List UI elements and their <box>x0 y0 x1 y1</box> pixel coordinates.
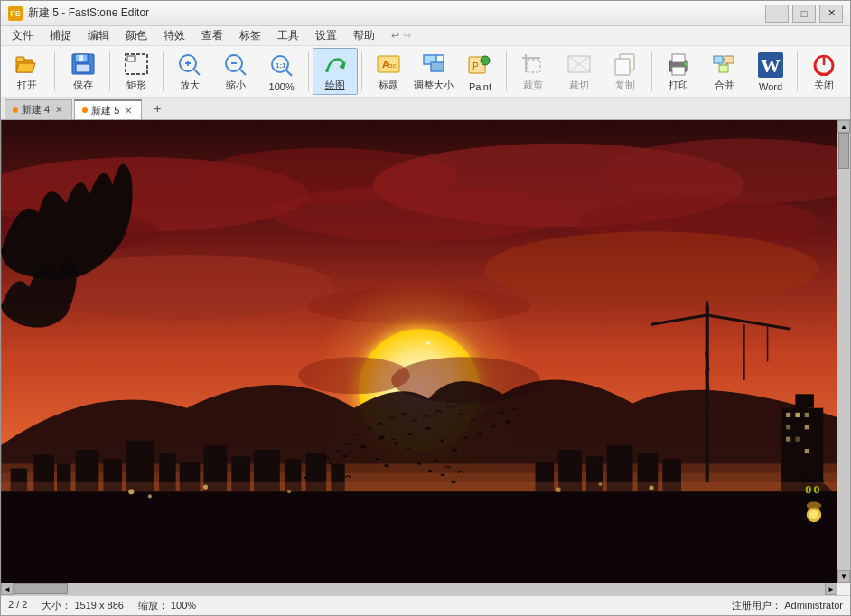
tool-open-button[interactable]: 打开 <box>5 48 50 95</box>
resize-icon <box>419 51 448 77</box>
crop-icon <box>519 51 547 77</box>
tool-word-button[interactable]: W Word <box>748 48 793 95</box>
tool-zoomout-button[interactable]: 缩小 <box>213 48 258 95</box>
save-icon <box>69 51 98 77</box>
svg-rect-36 <box>672 54 685 62</box>
tool-print-button[interactable]: 打印 <box>656 48 701 95</box>
svg-rect-29 <box>528 60 540 72</box>
power-icon <box>809 51 838 77</box>
menu-view[interactable]: 查看 <box>194 27 230 45</box>
svg-rect-4 <box>76 64 90 72</box>
tool-rect-label: 矩形 <box>126 79 146 92</box>
svg-point-145 <box>426 341 430 345</box>
window-controls: ─ □ ✕ <box>765 5 843 23</box>
zoom-in-icon <box>175 51 204 77</box>
main-window: FS 新建 5 - FastStone Editor ─ □ ✕ 文件 捕捉 编… <box>0 0 851 616</box>
tabs-bar: 新建 4 ✕ 新建 5 ✕ + <box>1 98 850 120</box>
tool-close-button[interactable]: 关闭 <box>801 48 846 95</box>
scroll-left-button[interactable]: ◄ <box>1 583 14 595</box>
tool-paint-button[interactable]: P Paint <box>457 48 502 95</box>
menu-edit[interactable]: 编辑 <box>80 27 117 45</box>
tool-print-label: 打印 <box>669 79 688 92</box>
tab-dot-1 <box>13 107 18 113</box>
menu-file[interactable]: 文件 <box>5 27 41 45</box>
menu-help[interactable]: 帮助 <box>346 27 382 45</box>
svg-rect-5 <box>79 55 83 61</box>
menu-tags[interactable]: 标签 <box>232 27 268 45</box>
minimize-button[interactable]: ─ <box>765 5 789 23</box>
status-bar: 2 / 2 大小： 1519 x 886 缩放： 100% 注册用户： Admi… <box>1 595 850 615</box>
image-canvas <box>1 120 837 583</box>
svg-rect-101 <box>805 413 809 417</box>
svg-point-55 <box>484 231 818 305</box>
svg-point-121 <box>452 448 457 451</box>
svg-point-127 <box>342 455 347 458</box>
menu-settings[interactable]: 设置 <box>308 27 344 45</box>
tool-crop-button[interactable]: 裁剪 <box>510 48 556 95</box>
svg-rect-1 <box>16 57 24 61</box>
maximize-button[interactable]: □ <box>792 5 816 23</box>
horizontal-scrollbar[interactable]: ◄ ► <box>1 583 837 595</box>
svg-point-117 <box>394 442 398 444</box>
toolbar: 打开 保存 <box>1 46 850 98</box>
svg-text:bc: bc <box>388 61 396 70</box>
canvas-scroll[interactable] <box>1 120 837 583</box>
svg-point-120 <box>440 439 444 442</box>
svg-point-52 <box>271 185 568 241</box>
menu-capture[interactable]: 捕捉 <box>42 27 79 45</box>
tool-copy-label: 复制 <box>615 79 635 92</box>
menu-effects[interactable]: 特效 <box>156 27 192 45</box>
tab-1-label: 新建 4 <box>22 103 50 117</box>
tab-2-close[interactable]: ✕ <box>123 105 134 117</box>
svg-rect-64 <box>1 491 837 583</box>
scroll-down-button[interactable]: ▼ <box>837 570 850 583</box>
tab-1-close[interactable]: ✕ <box>53 104 64 116</box>
tab-2-label: 新建 5 <box>91 104 119 117</box>
zoom-100-icon: 1:1 <box>267 51 296 79</box>
tool-rect-button[interactable]: 矩形 <box>114 48 159 95</box>
app-icon: FS <box>8 6 23 21</box>
svg-rect-106 <box>805 449 809 453</box>
vertical-scrollbar[interactable]: ▲ ▼ <box>837 120 850 583</box>
scroll-right-button[interactable]: ► <box>825 583 837 595</box>
scroll-thumb-h[interactable] <box>14 583 68 594</box>
menu-color[interactable]: 颜色 <box>118 27 154 45</box>
svg-rect-23 <box>431 62 444 71</box>
close-window-button[interactable]: ✕ <box>819 5 843 23</box>
tool-save-button[interactable]: 保存 <box>61 48 106 95</box>
tool-copy-button[interactable]: 复制 <box>603 48 648 95</box>
menu-tools[interactable]: 工具 <box>270 27 306 45</box>
svg-line-14 <box>240 70 246 75</box>
tool-save-label: 保存 <box>73 79 93 92</box>
tool-trim-button[interactable]: 裁切 <box>556 48 602 95</box>
svg-point-125 <box>505 421 510 424</box>
tool-zoom100-button[interactable]: 1:1 100% <box>259 48 304 95</box>
paint-icon: P <box>465 51 494 79</box>
svg-rect-34 <box>615 59 630 75</box>
copy-icon <box>611 51 640 77</box>
scroll-thumb-v[interactable] <box>838 133 849 169</box>
tab-1[interactable]: 新建 4 ✕ <box>5 99 72 119</box>
svg-line-17 <box>286 70 292 76</box>
redo-button[interactable]: ↪ <box>403 30 411 42</box>
tool-resize-button[interactable]: 调整大小 <box>411 48 456 95</box>
svg-point-113 <box>809 510 818 519</box>
status-right: 注册用户： Administrator <box>732 599 843 612</box>
merge-icon <box>710 51 739 77</box>
scroll-up-button[interactable]: ▲ <box>837 120 850 133</box>
tool-draw-button[interactable]: 绘图 <box>313 48 358 95</box>
tool-merge-button[interactable]: 合并 <box>702 48 747 95</box>
svg-point-123 <box>477 433 482 435</box>
svg-point-132 <box>428 470 433 472</box>
tool-title-button[interactable]: A bc 标题 <box>366 48 411 95</box>
tab-dot-2 <box>82 107 88 113</box>
page-count: 2 / 2 <box>8 599 27 612</box>
tool-paint-label: Paint <box>469 81 491 92</box>
svg-rect-41 <box>719 65 728 72</box>
tab-2[interactable]: 新建 5 ✕ <box>74 99 142 119</box>
svg-point-61 <box>298 357 409 394</box>
tab-add-button[interactable]: + <box>147 99 167 117</box>
undo-button[interactable]: ↩ <box>391 30 399 42</box>
svg-point-133 <box>441 474 444 476</box>
tool-zoomin-button[interactable]: 放大 <box>167 48 212 95</box>
